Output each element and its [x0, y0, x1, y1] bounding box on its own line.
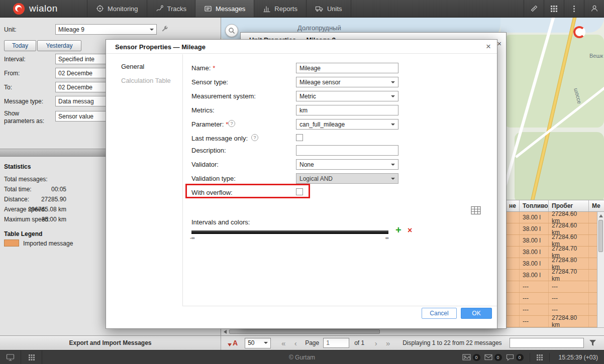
kebab-icon: [573, 6, 575, 12]
tab-yesterday[interactable]: Yesterday: [37, 40, 81, 51]
tab-calculation-label: Calculation Table: [121, 77, 171, 84]
show-params-label: Show parameters as:: [4, 110, 50, 125]
scroll-up-arrow-icon[interactable]: [599, 214, 603, 217]
nav-reports[interactable]: Reports: [254, 0, 306, 17]
tab-general[interactable]: General: [106, 60, 182, 73]
unit-settings-wrench-icon[interactable]: [161, 25, 169, 33]
delete-interval-button[interactable]: ×: [408, 226, 412, 234]
tab-today[interactable]: Today: [4, 40, 36, 51]
ok-button[interactable]: OK: [461, 308, 492, 319]
next-page-button[interactable]: ›: [371, 339, 380, 347]
prev-page-button[interactable]: ‹: [291, 339, 300, 347]
from-date-value: 02 Decembe: [58, 70, 92, 77]
cell-mileage: ---: [549, 293, 589, 304]
wialon-logo[interactable]: wialon: [0, 0, 69, 17]
last-message-help-icon[interactable]: ?: [251, 134, 258, 141]
last-page-button[interactable]: »: [383, 339, 392, 347]
nav-monitoring[interactable]: Monitoring: [87, 0, 147, 17]
footer-apps-button[interactable]: [536, 354, 543, 361]
wialon-logo-icon: [13, 3, 25, 15]
last-message-checkbox[interactable]: [296, 134, 303, 141]
user-menu-button[interactable]: [584, 0, 604, 17]
validator-select[interactable]: None: [296, 159, 398, 170]
more-menu-button[interactable]: [564, 0, 584, 17]
interval-color-bar[interactable]: [191, 230, 388, 234]
dialog-close-icon[interactable]: ×: [486, 42, 491, 52]
stat-value: 296765.08 km: [26, 206, 66, 213]
footer-right-tools: 0 0 0 15:25:39 (+03): [462, 353, 604, 362]
with-overflow-checkbox[interactable]: [296, 188, 303, 195]
cell-mileage: 27284.60 km: [549, 223, 589, 234]
sensor-type-select[interactable]: Mileage sensor: [296, 77, 398, 87]
measurement-select[interactable]: Metric: [296, 91, 398, 101]
cancel-button[interactable]: Cancel: [422, 308, 457, 319]
cell-mileage: 27284.70 km: [549, 270, 589, 281]
tab-calculation-table[interactable]: Calculation Table: [106, 74, 182, 87]
filter-funnel-icon[interactable]: [589, 339, 597, 347]
page-size-select[interactable]: 50: [245, 338, 271, 348]
app-window: wialon Monitoring Tracks Messages Report…: [0, 0, 604, 364]
parameter-select[interactable]: can_full_mileage: [296, 119, 398, 130]
to-date-value: 02 Decembe: [58, 84, 92, 91]
column-header-fuel: Топливо: [520, 200, 549, 211]
name-input[interactable]: [296, 63, 398, 73]
first-page-button[interactable]: «: [279, 339, 288, 347]
apps-grid-button[interactable]: [544, 0, 564, 17]
vertical-scroll-thumb[interactable]: [598, 220, 603, 252]
name-label-text: Name:: [191, 64, 211, 72]
main-menu: Monitoring Tracks Messages Reports Units: [87, 0, 351, 17]
nav-right-tools: [524, 0, 604, 17]
photos-count-badge: 0: [473, 354, 480, 361]
map-loading-spinner-icon: [573, 26, 585, 38]
caret-down-icon: [391, 164, 395, 166]
chat-button[interactable]: 0: [506, 354, 524, 361]
export-import-button[interactable]: Export and Import Messages: [0, 336, 221, 350]
messages-icon: [204, 5, 212, 13]
unit-label: Unit:: [4, 26, 17, 33]
required-mark: *: [213, 64, 215, 72]
parameter-value: can_full_mileage: [299, 121, 345, 128]
validation-type-label: Validation type:: [191, 175, 236, 182]
caret-down-icon: [391, 178, 395, 180]
description-input[interactable]: [296, 145, 398, 156]
unit-select[interactable]: Mileage 9: [55, 24, 157, 35]
nav-tracks[interactable]: Tracks: [147, 0, 195, 17]
table-vertical-scrollbar[interactable]: [597, 212, 604, 327]
nav-messages[interactable]: Messages: [195, 0, 254, 17]
measurement-value: Metric: [299, 93, 316, 100]
validation-type-select: Logical AND: [296, 173, 398, 184]
mail-icon: [484, 354, 492, 360]
nav-messages-label: Messages: [216, 5, 245, 13]
parameter-help-icon[interactable]: ?: [228, 120, 235, 127]
pagination-status: Displaying 1 to 22 from 22 messages: [402, 339, 501, 346]
map-search-button[interactable]: [225, 24, 238, 37]
apps-grid-icon: [550, 5, 558, 13]
horizontal-scroll-thumb[interactable]: [229, 329, 380, 334]
table-legend-title: Table Legend: [4, 230, 42, 237]
intervals-label: Intervals and colors:: [191, 218, 250, 226]
interval-label: Interval:: [4, 56, 26, 63]
mail-button[interactable]: 0: [484, 354, 502, 361]
name-label: Name:*: [191, 64, 215, 72]
cell-fuel: ---: [520, 304, 549, 315]
nav-units[interactable]: Units: [306, 0, 351, 17]
cell-fuel: ---: [520, 293, 549, 304]
add-interval-button[interactable]: +: [395, 225, 401, 234]
sort-letter: A: [233, 339, 238, 347]
legend-item-label: Imported message: [23, 240, 73, 247]
metrics-input[interactable]: [296, 105, 398, 115]
dialog-title: Sensor Properties — Mileage: [115, 43, 206, 51]
sort-order-button[interactable]: A: [228, 339, 238, 347]
pagination-bar: Export and Import Messages A 50 « ‹ Page…: [0, 335, 604, 350]
cell-fuel: 38.00 l: [520, 247, 549, 258]
dialog-tab-divider: [182, 54, 183, 306]
photos-button[interactable]: 0: [462, 353, 480, 361]
unit-dialog-close-icon[interactable]: ×: [497, 39, 501, 48]
intervals-table-icon[interactable]: [471, 206, 481, 215]
page-number-input[interactable]: [323, 338, 349, 348]
measure-tool-button[interactable]: [524, 0, 544, 17]
with-overflow-label: With overflow:: [191, 189, 233, 196]
filter-input[interactable]: [510, 338, 584, 348]
stat-value: 00:05: [26, 186, 66, 193]
scroll-left-arrow-icon[interactable]: [224, 330, 227, 334]
